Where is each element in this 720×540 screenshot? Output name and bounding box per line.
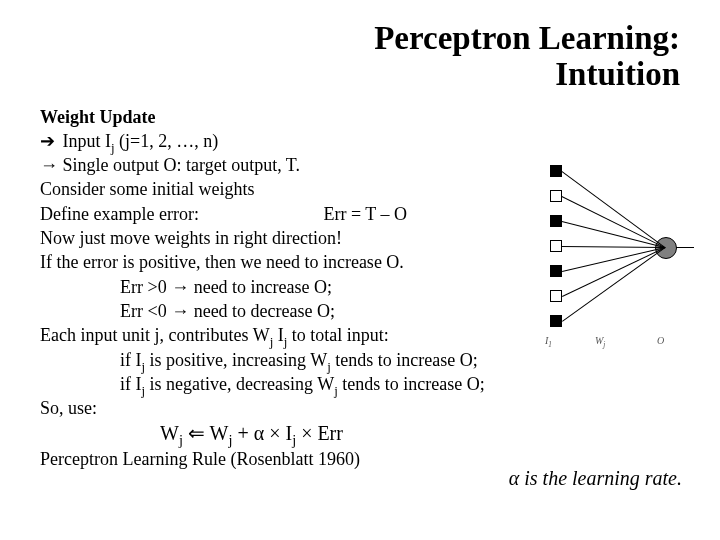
- diagram-label-W: Wj: [595, 335, 605, 346]
- input-node-icon: [550, 290, 562, 302]
- edge-icon: [562, 247, 665, 297]
- section-heading: Weight Update: [40, 105, 690, 129]
- arrow-icon: →: [171, 277, 189, 297]
- perceptron-diagram: I1 Wj O: [545, 165, 695, 355]
- title-line-1: Perceptron Learning:: [374, 20, 680, 56]
- learning-rate-note: α is the learning rate.: [509, 467, 682, 490]
- line-input: ➔ Input Ij (j=1, 2, …, n): [40, 129, 690, 153]
- input-node-icon: [550, 265, 562, 277]
- error-formula: Err = T – O: [323, 202, 406, 226]
- arrow-icon: →: [40, 153, 58, 177]
- edge-icon: [561, 171, 665, 248]
- slide: Perceptron Learning: Intuition Weight Up…: [0, 0, 720, 540]
- diagram-label-I: I1: [545, 335, 552, 346]
- update-formula: Wj ⇐ Wj + α × Ij × Err: [40, 420, 690, 447]
- edge-icon: [562, 196, 665, 248]
- input-node-icon: [550, 190, 562, 202]
- edge-icon: [562, 246, 665, 248]
- line-ij-negative: if Ij is negative, decreasing Wj tends t…: [40, 372, 690, 396]
- slide-title: Perceptron Learning: Intuition: [40, 20, 690, 93]
- edge-icon: [676, 247, 694, 248]
- input-node-icon: [550, 315, 562, 327]
- input-node-icon: [550, 215, 562, 227]
- input-node-icon: [550, 165, 562, 177]
- title-line-2: Intuition: [555, 56, 680, 92]
- line-so-use: So, use:: [40, 396, 690, 420]
- arrow-icon: ➔: [40, 129, 58, 153]
- edge-icon: [562, 247, 665, 272]
- input-node-icon: [550, 240, 562, 252]
- arrow-icon: →: [171, 301, 189, 321]
- diagram-label-O: O: [657, 335, 664, 346]
